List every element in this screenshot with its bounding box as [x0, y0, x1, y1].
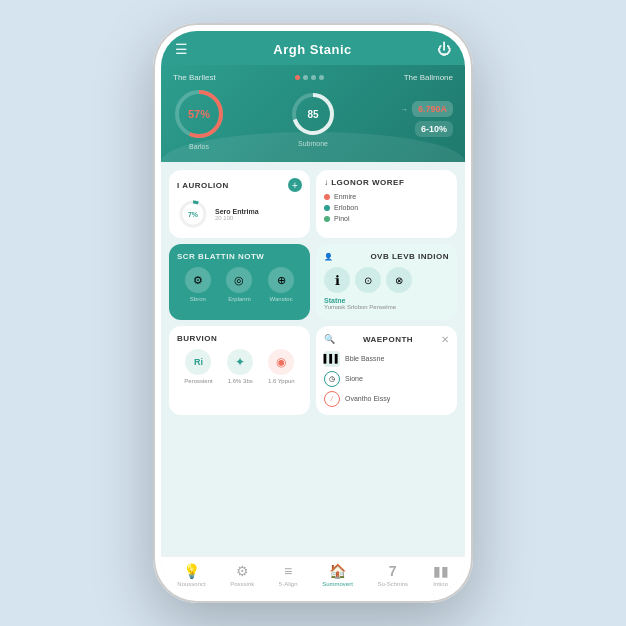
card-aurolion: I Aurolion + 7% Sero Entrima: [169, 170, 310, 238]
card-waeponth-header: 🔍 Waeponth ✕: [324, 334, 449, 345]
burvion-icons: Ri Perossient ✦ 1.6% 3bs ◉ 1.6 Yppun: [177, 349, 302, 384]
nav-label-2: Posssink: [230, 581, 254, 587]
scroll-area: I Aurolion + 7% Sero Entrima: [161, 162, 465, 556]
card-ovb-header: 👤 Ovb Levb Indion: [324, 252, 449, 261]
card-lgonor-title: ↓ Lgonor Woref: [324, 178, 404, 187]
scr-bubble-1: ⚙: [185, 267, 211, 293]
burvion-icon-1: Ri: [185, 349, 211, 375]
waeponth-icon-3: ⁄: [324, 391, 340, 407]
dot-1[interactable]: [295, 75, 300, 80]
hero-label-right: The Ballmone: [404, 73, 453, 82]
nav-label-4: Summovert: [322, 581, 353, 587]
status-dot-2: [324, 205, 330, 211]
app-title: Argh Stanic: [273, 42, 351, 57]
scr-icon-2[interactable]: ◎ Erplanm: [226, 267, 252, 302]
lgonor-items: Enmire Erlobon Pinol: [324, 193, 449, 222]
burvion-label-3: 1.6 Yppun: [268, 378, 295, 384]
burvion-icon-2: ✦: [227, 349, 253, 375]
ovb-status: Statne: [324, 297, 449, 304]
waeponth-icon-2: ◷: [324, 371, 340, 387]
gauge-1: 57% Barlos: [173, 88, 225, 150]
hero-labels: The Barllest The Ballmone: [173, 73, 453, 82]
dot-3[interactable]: [311, 75, 316, 80]
nav-item-4[interactable]: 🏠 Summovert: [322, 563, 353, 587]
nav-item-1[interactable]: 💡 Noussonct: [177, 563, 205, 587]
waeponth-item-2: ◷ Sione: [324, 371, 449, 387]
nav-item-6[interactable]: ▮▮ Intioo: [433, 563, 449, 587]
gauge-2-value: 85: [307, 109, 318, 120]
lgonor-item-2: Erlobon: [324, 204, 449, 211]
power-icon[interactable]: ⏻: [437, 41, 451, 57]
ovb-content: ℹ ⊙ ⊗: [324, 267, 449, 293]
nav-label-5: Su-Schnins: [377, 581, 408, 587]
scr-label-3: Wanstoc: [270, 296, 293, 302]
close-icon[interactable]: ✕: [441, 334, 449, 345]
scr-icon-3[interactable]: ⊕ Wanstoc: [268, 267, 294, 302]
nav-item-3[interactable]: ≡ 5-Align: [279, 563, 298, 587]
lgonor-item-3-label: Pinol: [334, 215, 350, 222]
hero-stat-2: 6-10%: [415, 121, 453, 137]
card-burvion-header: Burvion: [177, 334, 302, 343]
card-lgonor: ↓ Lgonor Woref Enmire Erlobon: [316, 170, 457, 238]
waeponth-icon-1: ▌▌▌: [324, 351, 340, 367]
lgonor-item-3: Pinol: [324, 215, 449, 222]
card-waeponth: 🔍 Waeponth ✕ ▌▌▌ Bble Bassne ◷ Sione: [316, 326, 457, 415]
nav-icon-3: ≡: [284, 563, 292, 579]
gauge-circle-1: 57%: [173, 88, 225, 140]
scr-label-2: Erplanm: [228, 296, 250, 302]
lgonor-item-1-label: Enmire: [334, 193, 356, 200]
ovb-icon: ℹ: [324, 267, 350, 293]
card-lgonor-header: ↓ Lgonor Woref: [324, 178, 449, 187]
burvion-label-2: 1.6% 3bs: [228, 378, 253, 384]
gauge-1-value: 57%: [188, 108, 210, 120]
aurolion-sub: Sero Entrima: [215, 208, 259, 215]
ovb-icon-3: ⊗: [386, 267, 412, 293]
nav-item-5[interactable]: 7 Su-Schnins: [377, 563, 408, 587]
ovb-desc: Yumask Srlobon Penselme: [324, 304, 449, 312]
waeponth-items: ▌▌▌ Bble Bassne ◷ Sione ⁄ Ovantho Eissy: [324, 351, 449, 407]
card-aurolion-title: I Aurolion: [177, 181, 229, 190]
burvion-item-2[interactable]: ✦ 1.6% 3bs: [227, 349, 253, 384]
aurolion-time: 20 100: [215, 215, 259, 221]
card-scr: SCR Blattin Notw ⚙ Sbron ◎ Erplanm ⊕: [169, 244, 310, 320]
card-burvion: Burvion Ri Perossient ✦ 1.6% 3bs ◉: [169, 326, 310, 415]
nav-icon-2: ⚙: [236, 563, 249, 579]
burvion-icon-3: ◉: [268, 349, 294, 375]
card-waeponth-title: Waeponth: [363, 335, 413, 344]
nav-label-6: Intioo: [433, 581, 448, 587]
hero-right-stats: → 6.790A 6-10%: [401, 101, 453, 137]
card-ovb: 👤 Ovb Levb Indion ℹ ⊙ ⊗ Statne Yumask Sr…: [316, 244, 457, 320]
card-scr-icons: ⚙ Sbron ◎ Erplanm ⊕ Wanstoc: [177, 267, 302, 302]
card-row-2: SCR Blattin Notw ⚙ Sbron ◎ Erplanm ⊕: [169, 244, 457, 320]
gauge-2-sub: Submone: [298, 140, 328, 147]
lgonor-item-1: Enmire: [324, 193, 449, 200]
waeponth-label-1: Bble Bassne: [345, 355, 384, 362]
dot-4[interactable]: [319, 75, 324, 80]
dot-2[interactable]: [303, 75, 308, 80]
nav-item-2[interactable]: ⚙ Posssink: [230, 563, 254, 587]
ovb-icon-2: ⊙: [355, 267, 381, 293]
waeponth-label-3: Ovantho Eissy: [345, 395, 390, 402]
card-aurolion-add[interactable]: +: [288, 178, 302, 192]
ovb-extra-icon: ⊗: [386, 267, 412, 293]
nav-icon-5: 7: [389, 563, 397, 579]
gauge-2: 85 Submone: [290, 91, 336, 147]
aurolion-gauge: 7%: [177, 198, 209, 230]
status-dot-1: [324, 194, 330, 200]
card-burvion-title: Burvion: [177, 334, 217, 343]
nav-icon-1: 💡: [183, 563, 200, 579]
scr-bubble-3: ⊕: [268, 267, 294, 293]
burvion-item-3[interactable]: ◉ 1.6 Yppun: [268, 349, 295, 384]
hero-section: The Barllest The Ballmone: [161, 65, 465, 162]
person-icon: 👤: [324, 253, 333, 261]
burvion-label-1: Perossient: [184, 378, 212, 384]
card-ovb-title: Ovb Levb Indion: [370, 252, 449, 261]
card-scr-header: SCR Blattin Notw: [177, 252, 302, 261]
card-aurolion-header: I Aurolion +: [177, 178, 302, 192]
scr-icon-1[interactable]: ⚙ Sbron: [185, 267, 211, 302]
scr-label-1: Sbron: [190, 296, 206, 302]
lgonor-item-2-label: Erlobon: [334, 204, 358, 211]
search-icon: 🔍: [324, 334, 335, 344]
burvion-item-1[interactable]: Ri Perossient: [184, 349, 212, 384]
menu-icon[interactable]: ☰: [175, 41, 188, 57]
